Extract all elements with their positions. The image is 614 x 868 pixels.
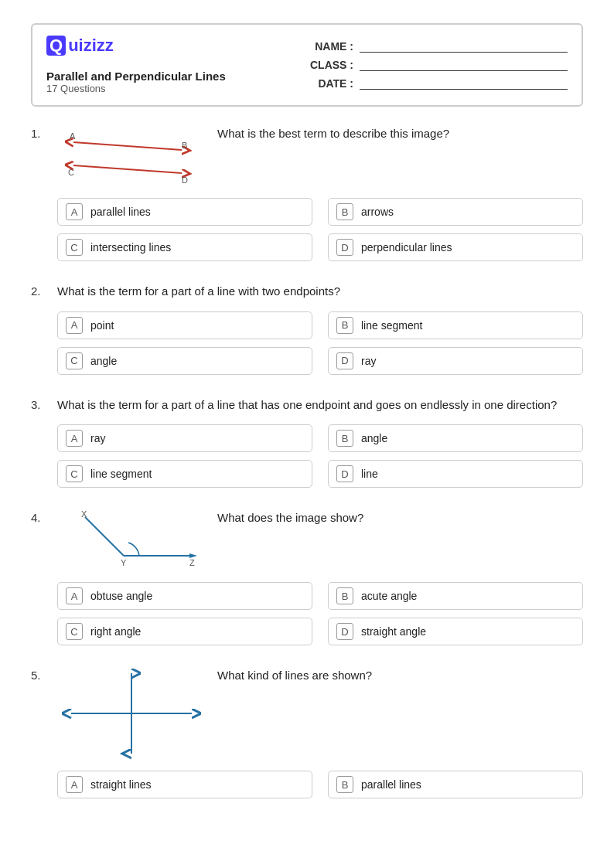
- q5-image: [62, 667, 205, 760]
- q3-option-d-letter: D: [336, 465, 353, 482]
- q2-option-a-letter: A: [66, 317, 83, 334]
- q2-option-c-text: angle: [90, 355, 117, 367]
- q3-option-d[interactable]: D line: [328, 460, 583, 488]
- svg-line-0: [73, 142, 182, 150]
- q3-options: A ray B angle C line segment D line: [57, 424, 583, 488]
- q1-text: What is the best term to describe this i…: [217, 125, 583, 143]
- logo-q: Q: [46, 36, 66, 56]
- q2-header: 2. What is the term for a part of a line…: [31, 283, 583, 301]
- question-3: 3. What is the term for a part of a line…: [31, 397, 583, 488]
- logo-text: uizizz: [68, 36, 114, 56]
- q4-option-c-letter: C: [66, 623, 83, 640]
- q5-option-b-letter: B: [336, 776, 353, 793]
- q1-image: A B C D: [62, 125, 205, 187]
- q1-option-d-text: perpendicular lines: [361, 241, 452, 254]
- q2-option-d[interactable]: D ray: [328, 347, 583, 375]
- q4-option-a[interactable]: A obtuse angle: [57, 582, 312, 610]
- q1-option-a-letter: A: [66, 203, 83, 220]
- q4-text: What does the image show?: [217, 509, 583, 527]
- q3-option-a[interactable]: A ray: [57, 424, 312, 452]
- q4-option-c-text: right angle: [90, 625, 141, 638]
- q1-option-d[interactable]: D perpendicular lines: [328, 233, 583, 261]
- q3-option-a-text: ray: [90, 432, 105, 444]
- name-label: NAME :: [307, 40, 353, 53]
- q1-option-b-letter: B: [336, 203, 353, 220]
- q4-number: 4.: [31, 509, 49, 524]
- q2-options: A point B line segment C angle D ray: [57, 311, 583, 375]
- header-left: Q uizizz Parallel and Perpendicular Line…: [46, 36, 307, 94]
- q2-number: 2.: [31, 283, 49, 301]
- q3-option-b[interactable]: B angle: [328, 424, 583, 452]
- q2-option-c[interactable]: C angle: [57, 347, 312, 375]
- question-2: 2. What is the term for a part of a line…: [31, 283, 583, 375]
- q4-option-c[interactable]: C right angle: [57, 618, 312, 645]
- q1-option-b[interactable]: B arrows: [328, 198, 583, 226]
- date-line: [360, 77, 568, 90]
- q2-option-b[interactable]: B line segment: [328, 311, 583, 339]
- q3-option-c-letter: C: [66, 465, 83, 482]
- q5-option-b[interactable]: B parallel lines: [328, 771, 583, 798]
- q5-option-a-letter: A: [66, 776, 83, 793]
- date-field-row: DATE :: [307, 77, 568, 90]
- q3-option-b-letter: B: [336, 430, 353, 447]
- q4-option-d-text: straight angle: [361, 625, 426, 638]
- q3-option-d-text: line: [361, 468, 378, 480]
- svg-text:X: X: [81, 509, 87, 519]
- q1-header: 1.: [31, 125, 583, 187]
- svg-text:B: B: [182, 141, 187, 150]
- q5-svg: [62, 667, 201, 760]
- question-1: 1.: [31, 125, 583, 261]
- header: Q uizizz Parallel and Perpendicular Line…: [31, 23, 583, 107]
- q2-option-b-letter: B: [336, 317, 353, 334]
- class-label: CLASS :: [307, 59, 353, 71]
- q1-option-c[interactable]: C intersecting lines: [57, 233, 312, 261]
- q4-option-b-letter: B: [336, 587, 353, 604]
- q1-option-c-text: intersecting lines: [90, 241, 171, 254]
- q1-number: 1.: [31, 125, 49, 140]
- q3-option-c[interactable]: C line segment: [57, 460, 312, 488]
- class-line: [360, 59, 568, 71]
- q5-option-a[interactable]: A straight lines: [57, 771, 312, 798]
- q2-option-a[interactable]: A point: [57, 311, 312, 339]
- class-field-row: CLASS :: [307, 59, 568, 71]
- q2-option-c-letter: C: [66, 352, 83, 369]
- svg-line-3: [73, 165, 182, 173]
- q1-option-d-letter: D: [336, 239, 353, 256]
- q1-svg: A B C D: [62, 125, 201, 187]
- q5-number: 5.: [31, 667, 49, 682]
- svg-text:Y: Y: [121, 558, 127, 567]
- q4-option-a-letter: A: [66, 587, 83, 604]
- q1-option-b-text: arrows: [361, 206, 394, 218]
- svg-text:D: D: [182, 175, 188, 185]
- svg-text:C: C: [68, 168, 74, 177]
- q3-option-c-text: line segment: [90, 468, 152, 480]
- logo: Q uizizz: [46, 36, 307, 56]
- q5-text: What kind of lines are shown?: [217, 667, 583, 685]
- q3-option-b-text: angle: [361, 432, 387, 444]
- name-field-row: NAME :: [307, 40, 568, 53]
- q3-text: What is the term for a part of a line th…: [57, 397, 583, 414]
- q2-option-d-letter: D: [336, 352, 353, 369]
- svg-text:Z: Z: [189, 558, 195, 567]
- q1-options: A parallel lines B arrows C intersecting…: [57, 198, 583, 261]
- q5-option-b-text: parallel lines: [361, 778, 421, 791]
- header-right: NAME : CLASS : DATE :: [307, 36, 568, 94]
- q4-option-b[interactable]: B acute angle: [328, 582, 583, 610]
- q3-number: 3.: [31, 397, 49, 414]
- q4-option-d[interactable]: D straight angle: [328, 618, 583, 645]
- q4-header: 4. X Y Z What does the i: [31, 509, 583, 571]
- q1-option-a[interactable]: A parallel lines: [57, 198, 312, 226]
- q4-option-d-letter: D: [336, 623, 353, 640]
- q4-svg: X Y Z: [62, 509, 201, 571]
- q2-option-a-text: point: [90, 319, 114, 332]
- worksheet-subtitle: 17 Questions: [46, 83, 307, 94]
- q2-text: What is the term for a part of a line wi…: [57, 283, 583, 301]
- q2-option-d-text: ray: [361, 355, 376, 367]
- q5-options: A straight lines B parallel lines: [57, 771, 583, 798]
- question-5: 5.: [31, 667, 583, 798]
- date-label: DATE :: [307, 77, 353, 90]
- q4-option-a-text: obtuse angle: [90, 590, 152, 602]
- worksheet-title: Parallel and Perpendicular Lines: [46, 70, 307, 83]
- q3-option-a-letter: A: [66, 430, 83, 447]
- svg-line-6: [85, 517, 124, 556]
